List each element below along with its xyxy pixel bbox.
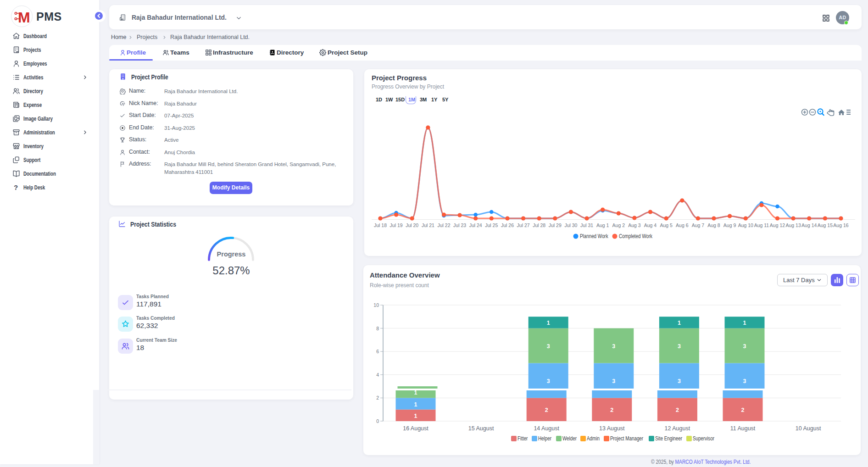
svg-text:Aug 4: Aug 4 bbox=[644, 222, 657, 228]
svg-text:Planned Work: Planned Work bbox=[580, 233, 608, 239]
svg-text:Aug 8: Aug 8 bbox=[707, 222, 720, 228]
svg-text:3: 3 bbox=[678, 343, 681, 350]
svg-text:Jul 31: Jul 31 bbox=[580, 222, 593, 228]
svg-text:Jul 19: Jul 19 bbox=[390, 222, 403, 228]
svg-text:Project Manager: Project Manager bbox=[610, 435, 643, 441]
svg-text:Supervisor: Supervisor bbox=[693, 435, 714, 441]
svg-text:0: 0 bbox=[376, 418, 379, 424]
svg-text:10: 10 bbox=[373, 302, 379, 308]
svg-text:Aug 7: Aug 7 bbox=[692, 222, 705, 228]
svg-text:12 August: 12 August bbox=[665, 425, 690, 432]
svg-text:Jul 25: Jul 25 bbox=[485, 222, 498, 228]
svg-text:Aug 14: Aug 14 bbox=[801, 222, 817, 228]
svg-text:3: 3 bbox=[612, 343, 615, 350]
svg-text:3: 3 bbox=[743, 378, 746, 384]
svg-text:Aug 12: Aug 12 bbox=[770, 222, 785, 228]
svg-text:Jul 29: Jul 29 bbox=[549, 222, 562, 228]
svg-text:14 August: 14 August bbox=[534, 425, 559, 432]
svg-text:Helper: Helper bbox=[538, 435, 551, 441]
svg-text:Aug 5: Aug 5 bbox=[660, 222, 673, 228]
svg-text:Jul 21: Jul 21 bbox=[422, 222, 434, 228]
svg-text:2: 2 bbox=[376, 395, 379, 400]
svg-text:2: 2 bbox=[741, 407, 745, 413]
svg-text:1: 1 bbox=[547, 320, 550, 326]
svg-text:Aug 6: Aug 6 bbox=[676, 222, 689, 228]
svg-text:Jul 22: Jul 22 bbox=[437, 222, 450, 228]
svg-text:3: 3 bbox=[547, 378, 550, 384]
svg-text:Aug 10: Aug 10 bbox=[738, 222, 753, 228]
svg-text:Jul 18: Jul 18 bbox=[374, 222, 387, 228]
svg-text:Jul 28: Jul 28 bbox=[533, 222, 545, 228]
svg-text:8: 8 bbox=[376, 326, 379, 331]
svg-text:3: 3 bbox=[678, 378, 681, 384]
svg-text:11 August: 11 August bbox=[730, 425, 756, 432]
svg-text:Aug 11: Aug 11 bbox=[754, 222, 769, 228]
svg-text:Completed Work: Completed Work bbox=[619, 233, 652, 239]
svg-text:M: M bbox=[18, 9, 30, 25]
svg-text:16 August: 16 August bbox=[403, 425, 428, 432]
svg-text:3: 3 bbox=[547, 343, 550, 350]
svg-text:2: 2 bbox=[676, 407, 679, 413]
svg-text:Jul 20: Jul 20 bbox=[406, 222, 418, 228]
svg-text:2: 2 bbox=[610, 407, 613, 413]
svg-text:1: 1 bbox=[678, 320, 681, 326]
svg-text:Aug 1: Aug 1 bbox=[596, 222, 609, 228]
svg-text:Aug 16: Aug 16 bbox=[833, 222, 848, 228]
svg-text:6: 6 bbox=[376, 349, 379, 354]
svg-text:4: 4 bbox=[376, 372, 379, 378]
svg-text:Fitter: Fitter bbox=[517, 435, 528, 441]
svg-text:Jul 26: Jul 26 bbox=[501, 222, 514, 228]
svg-text:Jul 27: Jul 27 bbox=[517, 222, 530, 228]
svg-text:Welder: Welder bbox=[562, 435, 577, 441]
svg-text:13 August: 13 August bbox=[599, 425, 625, 432]
svg-text:1: 1 bbox=[414, 389, 417, 396]
svg-text:Site Engineer: Site Engineer bbox=[655, 435, 682, 441]
svg-text:Jul 24: Jul 24 bbox=[469, 222, 482, 228]
svg-text:2: 2 bbox=[545, 407, 548, 413]
svg-text:3: 3 bbox=[743, 343, 746, 350]
svg-text:Aug 2: Aug 2 bbox=[612, 222, 625, 228]
svg-text:1: 1 bbox=[743, 320, 746, 326]
svg-text:1: 1 bbox=[414, 401, 417, 408]
svg-text:3: 3 bbox=[612, 378, 615, 384]
svg-text:Aug 15: Aug 15 bbox=[818, 222, 833, 228]
svg-text:10 August: 10 August bbox=[796, 425, 821, 432]
svg-text:15 August: 15 August bbox=[468, 425, 494, 432]
svg-text:Admin: Admin bbox=[587, 435, 600, 441]
svg-text:Jul 30: Jul 30 bbox=[564, 222, 577, 228]
svg-text:Aug 13: Aug 13 bbox=[785, 222, 801, 228]
svg-text:Jul 23: Jul 23 bbox=[453, 222, 466, 228]
svg-text:1: 1 bbox=[414, 413, 417, 419]
svg-text:Aug 9: Aug 9 bbox=[723, 222, 736, 228]
svg-text:Aug 3: Aug 3 bbox=[628, 222, 641, 228]
